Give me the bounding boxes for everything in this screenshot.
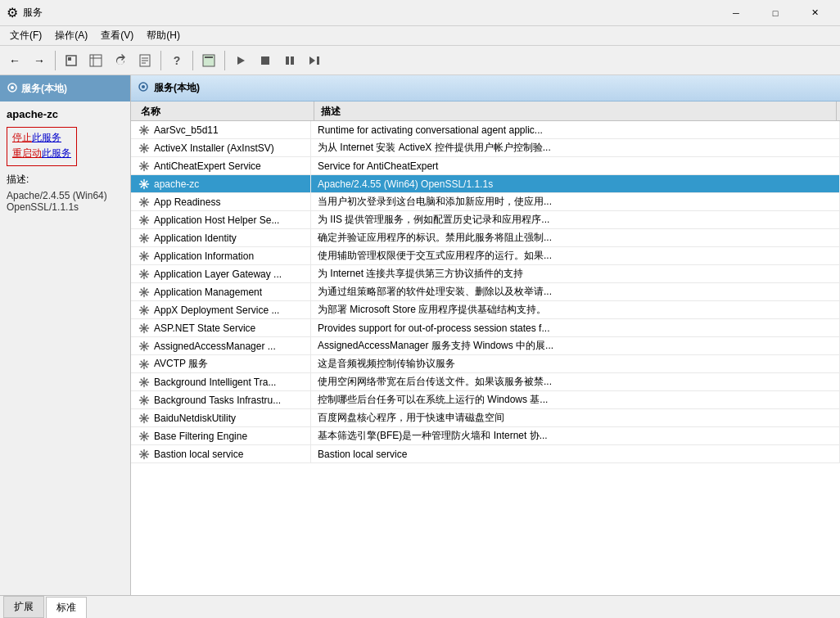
right-panel-title: 服务(本地): [154, 81, 200, 95]
stop-service-link[interactable]: 停止此服务: [12, 131, 71, 145]
svg-point-26: [142, 218, 147, 222]
service-name-cell: Application Layer Gateway ...: [131, 265, 311, 282]
service-name-text: apache-zc: [154, 178, 199, 190]
table-row[interactable]: Application Management为通过组策略部署的软件处理安装、删除…: [131, 283, 840, 301]
gear-icon: [138, 268, 151, 281]
service-desc-cell: AssignedAccessManager 服务支持 Windows 中的展..…: [311, 337, 840, 354]
gear-icon: [138, 124, 151, 137]
table-row[interactable]: AssignedAccessManager ...AssignedAccessM…: [131, 337, 840, 355]
menu-file[interactable]: 文件(F): [3, 27, 48, 44]
service-desc-cell: Apache/2.4.55 (Win64) OpenSSL/1.1.1s: [311, 175, 840, 192]
svg-rect-13: [286, 56, 289, 65]
maximize-button[interactable]: □: [756, 0, 794, 26]
menu-action[interactable]: 操作(A): [48, 27, 94, 44]
gear-icon: [138, 160, 151, 173]
table-row[interactable]: Application Identity确定并验证应用程序的标识。禁用此服务将阻…: [131, 229, 840, 247]
service-name-cell: Application Host Helper Se...: [131, 211, 311, 228]
table-row[interactable]: Bastion local serviceBastion local servi…: [131, 445, 840, 463]
left-panel-header: 服务(本地): [0, 75, 130, 101]
title-bar-title: 服务: [23, 6, 717, 20]
column-header-name[interactable]: 名称: [134, 101, 314, 120]
column-header-desc[interactable]: 描述: [314, 101, 837, 120]
forward-button[interactable]: →: [28, 49, 51, 72]
svg-point-21: [142, 128, 147, 132]
svg-point-32: [142, 326, 147, 330]
left-panel-content: apache-zc 停止此服务 重启动此服务 描述: Apache/2.4.55…: [0, 101, 130, 595]
service-name-cell: AVCTP 服务: [131, 355, 311, 372]
close-button[interactable]: ✕: [796, 0, 833, 26]
show-button[interactable]: [84, 49, 107, 72]
tab-expand[interactable]: 扩展: [3, 596, 44, 618]
table-row[interactable]: AppX Deployment Service ...为部署 Microsoft…: [131, 301, 840, 319]
bottom-tabs: 扩展 标准: [0, 595, 840, 618]
table-row[interactable]: ActiveX Installer (AxInstSV)为从 Internet …: [131, 139, 840, 157]
gear-icon: [138, 358, 151, 371]
tab-standard[interactable]: 标准: [46, 597, 87, 618]
svg-point-25: [142, 200, 147, 204]
gear-icon: [138, 322, 151, 335]
table-row[interactable]: Background Intelligent Tra...使用空闲网络带宽在后台…: [131, 373, 840, 391]
stop-button[interactable]: [254, 49, 277, 72]
service-name-cell: ActiveX Installer (AxInstSV): [131, 139, 311, 156]
back-button[interactable]: ←: [3, 49, 26, 72]
svg-rect-16: [317, 56, 319, 65]
up-button[interactable]: [60, 49, 83, 72]
table-row[interactable]: apache-zcApache/2.4.55 (Win64) OpenSSL/1…: [131, 175, 840, 193]
service-name-text: Background Intelligent Tra...: [154, 377, 276, 388]
restart-service-link[interactable]: 重启动此服务: [12, 147, 71, 160]
svg-point-31: [142, 308, 147, 312]
table-row[interactable]: Application Layer Gateway ...为 Internet …: [131, 265, 840, 283]
service-name-text: Application Information: [154, 250, 254, 262]
properties-button[interactable]: [197, 49, 220, 72]
service-desc-cell: 为从 Internet 安装 ActiveX 控件提供用户帐户控制验...: [311, 139, 840, 156]
svg-marker-15: [309, 56, 315, 65]
gear-icon: [138, 448, 151, 461]
restart-button[interactable]: [303, 49, 326, 72]
svg-rect-1: [68, 57, 71, 61]
table-row[interactable]: Base Filtering Engine基本筛选引擎(BFE)是一种管理防火墙…: [131, 427, 840, 445]
gear-icon: [138, 430, 151, 443]
service-name-text: App Readiness: [154, 196, 220, 208]
refresh-button[interactable]: [109, 49, 132, 72]
table-body[interactable]: AarSvc_b5d11Runtime for activating conve…: [131, 121, 840, 595]
service-name-cell: AntiCheatExpert Service: [131, 157, 311, 174]
svg-rect-14: [291, 56, 294, 65]
export-button[interactable]: [133, 49, 156, 72]
table-row[interactable]: App Readiness当用户初次登录到这台电脑和添加新应用时，使应用...: [131, 193, 840, 211]
title-bar-icon: ⚙: [7, 5, 18, 20]
table-row[interactable]: Application Host Helper Se...为 IIS 提供管理服…: [131, 211, 840, 229]
minimize-button[interactable]: ─: [717, 0, 755, 26]
help-button[interactable]: ?: [165, 49, 188, 72]
gear-icon: [138, 178, 151, 191]
menu-view[interactable]: 查看(V): [94, 27, 140, 44]
service-desc-cell: 使用辅助管理权限便于交互式应用程序的运行。如果...: [311, 247, 840, 264]
svg-point-38: [142, 434, 147, 438]
service-name-text: AarSvc_b5d11: [154, 124, 219, 136]
left-panel-title: 服务(本地): [21, 82, 67, 96]
pause-button[interactable]: [278, 49, 301, 72]
service-name-text: Application Layer Gateway ...: [154, 268, 282, 280]
service-name-text: Bastion local service: [154, 449, 243, 460]
svg-rect-10: [205, 56, 213, 58]
title-bar-controls: ─ □ ✕: [717, 0, 833, 26]
gear-icon: [138, 304, 151, 317]
svg-point-28: [142, 254, 147, 258]
service-name-cell: Bastion local service: [131, 445, 311, 462]
gear-icon: [138, 286, 151, 299]
right-header-icon: [138, 81, 149, 95]
service-name-cell: BaiduNetdiskUtility: [131, 409, 311, 426]
start-button[interactable]: [229, 49, 252, 72]
service-desc-cell: 为 IIS 提供管理服务，例如配置历史记录和应用程序...: [311, 211, 840, 228]
menu-help[interactable]: 帮助(H): [140, 27, 187, 44]
table-row[interactable]: BaiduNetdiskUtility百度网盘核心程序，用于快速申请磁盘空间: [131, 409, 840, 427]
table-row[interactable]: AVCTP 服务这是音频视频控制传输协议服务: [131, 355, 840, 373]
table-row[interactable]: Background Tasks Infrastru...控制哪些后台任务可以在…: [131, 391, 840, 409]
table-row[interactable]: AarSvc_b5d11Runtime for activating conve…: [131, 121, 840, 139]
svg-point-22: [142, 146, 147, 150]
table-row[interactable]: AntiCheatExpert ServiceService for AntiC…: [131, 157, 840, 175]
svg-marker-11: [237, 56, 245, 65]
gear-icon: [138, 196, 151, 209]
table-row[interactable]: Application Information使用辅助管理权限便于交互式应用程序…: [131, 247, 840, 265]
table-row[interactable]: ASP.NET State ServiceProvides support fo…: [131, 319, 840, 337]
service-desc-cell: Runtime for activating conversational ag…: [311, 121, 840, 138]
